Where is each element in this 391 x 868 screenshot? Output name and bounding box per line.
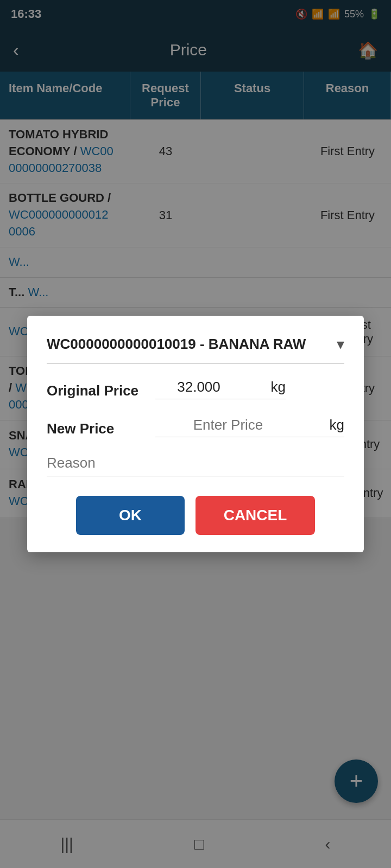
original-price-row: Original Price 32.000 kg (47, 379, 344, 399)
modal-item-label: WC0000000000010019 - BANANA RAW (47, 335, 306, 354)
reason-input[interactable] (47, 455, 344, 476)
new-price-label: New Price (47, 420, 155, 437)
item-selector[interactable]: WC0000000000010019 - BANANA RAW ▾ (47, 335, 344, 364)
modal-overlay: WC0000000000010019 - BANANA RAW ▾ Origin… (0, 0, 391, 868)
new-price-row: New Price kg (47, 417, 344, 437)
original-price-unit: kg (242, 379, 286, 399)
price-edit-modal: WC0000000000010019 - BANANA RAW ▾ Origin… (27, 316, 364, 553)
new-price-unit: kg (301, 417, 344, 437)
original-price-label: Original Price (47, 382, 155, 399)
new-price-input[interactable] (155, 417, 301, 437)
ok-button[interactable]: OK (76, 496, 185, 535)
chevron-down-icon: ▾ (337, 335, 344, 353)
cancel-button[interactable]: CANCEL (195, 496, 315, 535)
modal-buttons: OK CANCEL (47, 496, 344, 535)
original-price-value: 32.000 (155, 379, 242, 399)
